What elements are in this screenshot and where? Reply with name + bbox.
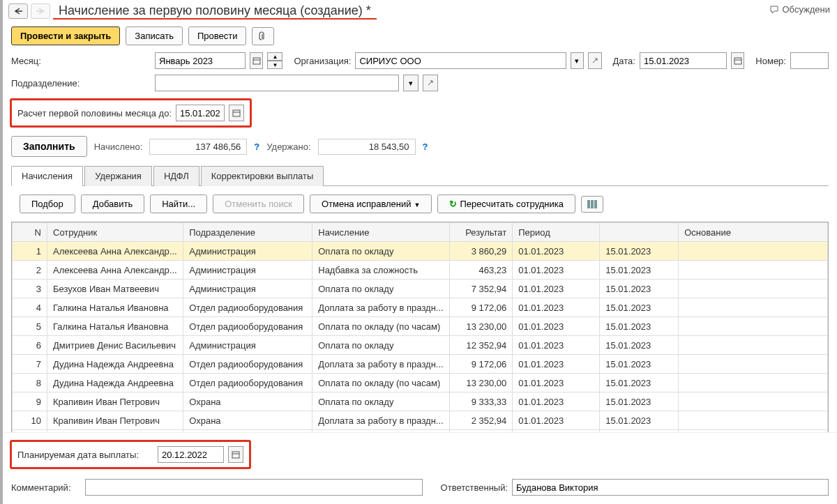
col-period[interactable]: Период [513, 223, 600, 242]
fill-button[interactable]: Заполнить [11, 136, 87, 157]
cell-department: Отдел радиооборудования [183, 374, 312, 392]
pick-button[interactable]: Подбор [20, 194, 75, 213]
col-n[interactable]: N [13, 223, 47, 242]
dept-open-button[interactable] [423, 75, 438, 91]
number-input[interactable] [790, 52, 829, 69]
col-base[interactable]: Основание [679, 223, 828, 242]
org-dropdown-button[interactable]: ▾ [571, 52, 584, 69]
dept-input[interactable] [155, 75, 399, 91]
table-row[interactable]: 9Крапивин Иван ПетровичОхранаОплата по о… [13, 392, 828, 411]
cell-n: 2 [13, 261, 47, 280]
cell-department: Администрация [183, 261, 312, 280]
withheld-help-icon[interactable]: ? [423, 142, 428, 152]
accrued-value: 137 486,56 [149, 139, 247, 155]
month-input[interactable] [155, 52, 246, 69]
columns-button[interactable] [581, 196, 603, 213]
cell-base [679, 336, 828, 355]
dropdown-icon: ▼ [414, 201, 421, 208]
find-button[interactable]: Найти... [150, 194, 207, 213]
dept-dropdown-button[interactable]: ▾ [403, 75, 418, 91]
cell-n: 5 [13, 317, 47, 336]
month-calendar-button[interactable] [250, 52, 263, 69]
calc-until-input[interactable] [176, 105, 225, 121]
col-period-end[interactable] [600, 223, 679, 242]
svg-rect-2 [734, 58, 741, 64]
org-input[interactable] [355, 52, 566, 69]
dept-label: Подразделение: [11, 78, 151, 89]
svg-rect-6 [587, 200, 590, 208]
svg-rect-0 [253, 58, 260, 64]
open-icon [591, 57, 598, 64]
calc-until-calendar-button[interactable] [229, 105, 244, 121]
table-row[interactable]: 6Дмитриев Денис ВасильевичАдминистрацияО… [13, 336, 828, 355]
process-button[interactable]: Провести [188, 26, 247, 45]
date-input[interactable] [640, 52, 727, 69]
cell-result: 2 352,94 [450, 411, 513, 430]
write-button[interactable]: Записать [126, 26, 183, 45]
month-up-button[interactable]: ▲ [267, 52, 282, 61]
cell-n: 1 [13, 242, 47, 261]
table-row[interactable]: 1Алексеева Анна Александр...Администраци… [13, 242, 828, 261]
cell-result: 7 352,94 [450, 280, 513, 298]
plan-date-calendar-button[interactable] [228, 446, 243, 463]
col-department[interactable]: Подразделение [183, 223, 312, 242]
cell-period-start: 01.01.2023 [513, 298, 600, 317]
cell-base [679, 411, 828, 430]
date-label: Дата: [613, 56, 635, 66]
cell-base [679, 261, 828, 280]
table-row[interactable]: 4Галкина Наталья ИвановнаОтдел радиообор… [13, 298, 828, 317]
col-employee[interactable]: Сотрудник [47, 223, 183, 242]
org-open-button[interactable] [588, 52, 601, 69]
cell-employee: Крапивин Иван Петрович [47, 411, 183, 430]
cell-period-end: 15.01.2023 [600, 336, 679, 355]
table-row[interactable]: 5Галкина Наталья ИвановнаОтдел радиообор… [13, 317, 828, 336]
cell-period-end: 15.01.2023 [600, 280, 679, 298]
table-row[interactable]: 7Дудина Надежда АндреевнаОтдел радиообор… [13, 355, 828, 374]
add-button[interactable]: Добавить [81, 194, 144, 213]
paperclip-icon [258, 31, 268, 41]
cell-result: 9 172,06 [450, 298, 513, 317]
forward-button[interactable] [31, 3, 50, 19]
tab-accruals[interactable]: Начисления [11, 166, 83, 186]
table-row[interactable]: 8Дудина Надежда АндреевнаОтдел радиообор… [13, 374, 828, 392]
cell-period-end: 15.01.2023 [600, 261, 679, 280]
plan-date-input[interactable] [158, 446, 224, 463]
cell-period-end: 15.01.2023 [600, 355, 679, 374]
recalc-button[interactable]: ↻Пересчитать сотрудника [437, 194, 575, 213]
cell-accrual: Оплата по окладу [312, 392, 450, 411]
tab-corrections[interactable]: Корректировки выплаты [201, 166, 324, 186]
attach-button[interactable] [252, 27, 274, 45]
tab-deductions[interactable]: Удержания [84, 166, 152, 186]
cell-period-end: 15.01.2023 [600, 392, 679, 411]
table-row[interactable]: 2Алексеева Анна Александр...Администраци… [13, 261, 828, 280]
cell-employee: Дудина Надежда Андреевна [47, 374, 183, 392]
cell-employee: Галкина Наталья Ивановна [47, 298, 183, 317]
withheld-label: Удержано: [266, 142, 310, 152]
svg-rect-7 [591, 200, 594, 208]
cancel-fixes-button[interactable]: Отмена исправлений▼ [310, 194, 432, 213]
month-down-button[interactable]: ▼ [267, 61, 282, 69]
cell-period-start: 01.01.2023 [513, 355, 600, 374]
accrued-help-icon[interactable]: ? [254, 142, 259, 152]
comment-input[interactable] [85, 479, 423, 496]
calendar-icon [232, 109, 241, 117]
col-accrual[interactable]: Начисление [312, 223, 450, 242]
cell-accrual: Оплата по окладу (по часам) [312, 317, 450, 336]
month-label: Месяц: [11, 56, 151, 66]
refresh-icon: ↻ [449, 199, 457, 209]
table-row[interactable]: 3Безухов Иван МатвеевичАдминистрацияОпла… [13, 280, 828, 298]
discuss-link[interactable]: Обсуждени [769, 4, 830, 15]
cell-accrual: Оплата по окладу (по часам) [312, 374, 450, 392]
date-calendar-button[interactable] [731, 52, 744, 69]
process-close-button[interactable]: Провести и закрыть [11, 26, 120, 45]
back-button[interactable] [8, 3, 28, 19]
cell-accrual: Оплата по окладу [312, 336, 450, 355]
cancel-fixes-label: Отмена исправлений [322, 199, 412, 209]
responsible-input[interactable] [512, 479, 829, 496]
table-row[interactable]: 10Крапивин Иван ПетровичОхранаДоплата за… [13, 411, 828, 430]
cell-period-end: 15.01.2023 [600, 317, 679, 336]
tab-ndfl[interactable]: НДФЛ [153, 166, 199, 186]
cell-department: Отдел радиооборудования [183, 355, 312, 374]
col-result[interactable]: Результат [450, 223, 513, 242]
cancel-search-button[interactable]: Отменить поиск [213, 194, 304, 213]
